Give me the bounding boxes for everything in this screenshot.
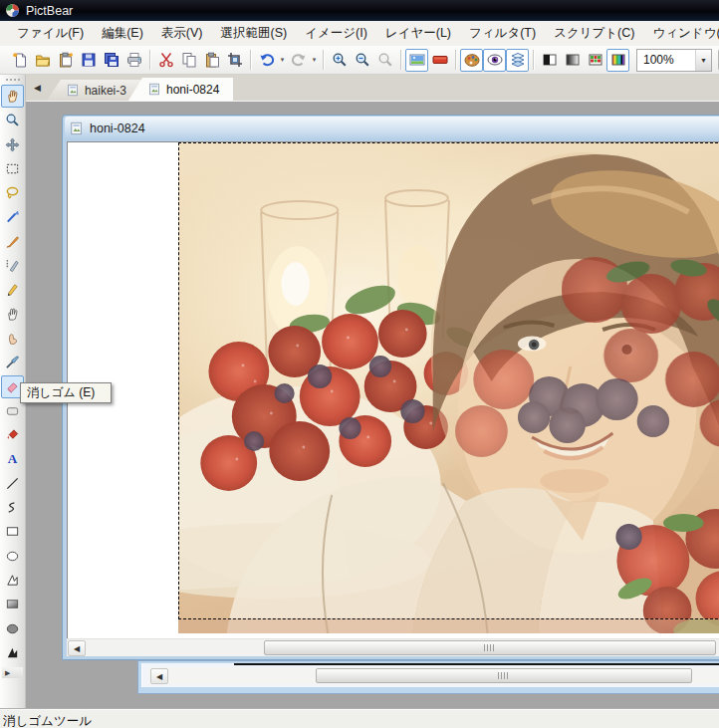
gradient-square-icon	[565, 52, 581, 68]
save-button[interactable]	[77, 49, 100, 72]
tool-curve[interactable]	[1, 496, 24, 519]
zoom-in-button[interactable]	[328, 49, 351, 72]
new-file-button[interactable]	[8, 49, 31, 72]
tool-hand[interactable]	[1, 303, 24, 326]
menu-selection[interactable]: 選択範囲(S)	[211, 22, 296, 45]
tool-smudge[interactable]	[1, 327, 24, 350]
tab-honi-0824[interactable]: honi-0824	[128, 78, 233, 101]
toolbox-overflow-button[interactable]: ▶	[2, 667, 23, 678]
pan-hand-icon	[5, 307, 20, 322]
zoom-level-combo[interactable]: 100% ▼	[636, 49, 712, 72]
scrollbar-thumb[interactable]	[264, 640, 716, 655]
menu-layer[interactable]: レイヤー(L)	[376, 22, 460, 45]
zoom-out-button[interactable]	[351, 49, 373, 72]
menu-view[interactable]: 表示(V)	[152, 22, 212, 45]
red-bar-icon	[432, 52, 448, 68]
tool-zoom[interactable]	[1, 109, 24, 131]
photo-composite	[178, 142, 719, 633]
scroll-left-button[interactable]: ◀	[150, 668, 168, 684]
mode-fullcolor-toggle[interactable]	[606, 49, 629, 72]
tool-ellipse-filled[interactable]	[1, 617, 24, 640]
open-folder-icon	[35, 52, 51, 68]
eraser-tooltip: 消しゴム (E)	[20, 382, 112, 403]
menu-script[interactable]: スクリプト(C)	[545, 22, 643, 45]
polygon-outline-icon	[5, 573, 20, 588]
tab-scroll-left-icon[interactable]: ◀	[34, 84, 41, 93]
panel-color-bar-toggle[interactable]	[428, 49, 451, 72]
panel-palette-toggle[interactable]	[460, 49, 483, 72]
scrollbar-thumb[interactable]	[316, 668, 692, 683]
paste-as-new-button[interactable]	[54, 49, 77, 72]
tool-lasso[interactable]	[1, 181, 24, 204]
document-window-titlebar[interactable]: honi-0824	[65, 117, 719, 140]
menu-filter[interactable]: フィルタ(T)	[460, 22, 545, 45]
toolbar-separator	[250, 50, 251, 70]
tool-polygon-outline[interactable]	[1, 569, 24, 592]
background-document-window[interactable]: ◀	[137, 660, 719, 694]
menu-window[interactable]: ウィンドウ(W)	[643, 22, 719, 45]
print-button[interactable]	[122, 49, 145, 72]
zoom-actual-button[interactable]	[373, 49, 396, 72]
zoom-combo-arrow-icon[interactable]: ▼	[695, 50, 711, 71]
tool-line[interactable]	[1, 472, 24, 495]
document-thumb-icon	[67, 84, 80, 97]
paste-button[interactable]	[200, 49, 223, 72]
tool-rect-select[interactable]	[1, 157, 24, 180]
floppy-stack-icon	[104, 52, 120, 68]
background-window-hscrollbar[interactable]: ◀	[148, 667, 719, 684]
menu-edit[interactable]: 編集(E)	[93, 22, 152, 45]
pencil-icon	[5, 282, 20, 297]
mode-dither-button[interactable]	[584, 49, 606, 72]
tool-rect-outline[interactable]	[1, 520, 24, 543]
tool-airbrush[interactable]	[1, 254, 24, 277]
redo-button[interactable]	[287, 49, 310, 72]
rounded-rect-icon	[5, 403, 20, 418]
canvas-area[interactable]	[67, 141, 719, 639]
cut-button[interactable]	[154, 49, 177, 72]
tool-selection[interactable]	[1, 85, 24, 108]
tool-brush[interactable]	[1, 230, 24, 253]
tool-ellipse-outline[interactable]	[1, 545, 24, 568]
canvas-image[interactable]	[178, 142, 719, 633]
redo-dropdown[interactable]: ▾	[310, 56, 319, 64]
panel-layers-toggle[interactable]	[506, 49, 529, 72]
tool-text[interactable]: A	[1, 447, 24, 470]
trim-button[interactable]	[223, 49, 246, 72]
document-hscrollbar[interactable]: ◀	[67, 638, 719, 656]
undo-dropdown[interactable]: ▾	[278, 56, 287, 64]
tool-move[interactable]	[1, 133, 24, 156]
document-tab-bar: ◀ haikei-3 honi-0824	[26, 74, 719, 102]
open-file-button[interactable]	[31, 49, 54, 72]
svg-text:A: A	[8, 452, 18, 467]
mode-grayscale-button[interactable]	[538, 49, 561, 72]
palette-icon	[464, 52, 480, 68]
toolbar-separator	[323, 50, 324, 70]
smudge-finger-icon	[5, 331, 20, 346]
panel-navigator-toggle[interactable]	[405, 49, 428, 72]
polygon-filled-icon	[5, 645, 20, 660]
tool-rect-filled[interactable]	[1, 593, 24, 615]
layers-icon	[510, 52, 526, 68]
menu-file[interactable]: ファイル(F)	[8, 22, 93, 45]
copy-button[interactable]	[177, 49, 200, 72]
panel-preview-toggle[interactable]	[483, 49, 506, 72]
toolbox-grip[interactable]	[5, 78, 21, 82]
undo-icon	[259, 52, 275, 68]
tool-polygon-filled[interactable]	[1, 641, 24, 664]
tool-pencil[interactable]	[1, 278, 24, 301]
tool-eyedropper[interactable]	[1, 351, 24, 373]
crop-icon	[227, 52, 243, 68]
paste-icon	[204, 52, 220, 68]
undo-button[interactable]	[255, 49, 278, 72]
scroll-left-button[interactable]: ◀	[68, 640, 86, 656]
app-titlebar[interactable]: PictBear	[0, 0, 719, 21]
save-all-button[interactable]	[100, 49, 122, 72]
rect-outline-icon	[5, 524, 20, 539]
tool-fill[interactable]	[1, 423, 24, 446]
rainbow-square-icon	[610, 52, 626, 68]
tab-haikei-3[interactable]: haikei-3	[47, 80, 140, 101]
mode-gradient-button[interactable]	[561, 49, 584, 72]
tool-pen[interactable]	[1, 205, 24, 228]
menu-image[interactable]: イメージ(I)	[296, 22, 376, 45]
magnifier-icon	[5, 113, 20, 127]
